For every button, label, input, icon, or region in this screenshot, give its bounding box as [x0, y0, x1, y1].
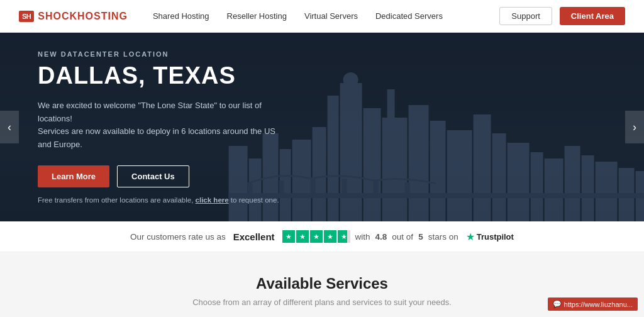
navbar: SH SHOCKHOSTING Shared HostingReseller H… — [0, 0, 644, 33]
watermark-url: https://www.liuzhanu... — [564, 301, 633, 308]
trustpilot-brand: Trustpilot — [477, 232, 514, 242]
support-button[interactable]: Support — [499, 7, 552, 25]
hero-note: Free transfers from other locations are … — [38, 196, 289, 204]
svg-rect-11 — [387, 89, 395, 118]
hero-description: We are excited to welcome "The Lone Star… — [38, 99, 289, 152]
contact-us-button[interactable]: Contact Us — [117, 165, 189, 187]
star-5-half: ★ — [338, 230, 350, 243]
nav-link-shared-hosting[interactable]: Shared Hosting — [153, 11, 209, 21]
svg-rect-17 — [508, 143, 530, 221]
trustpilot-with: with — [355, 232, 370, 242]
nav-actions: Support Client Area — [499, 7, 625, 25]
hero-buttons: Learn More Contact Us — [38, 165, 289, 187]
svg-rect-19 — [545, 158, 564, 221]
svg-rect-29 — [342, 179, 347, 198]
nav-link-virtual-servers[interactable]: Virtual Servers — [304, 11, 358, 21]
slider-next-button[interactable]: › — [625, 111, 644, 143]
svg-rect-6 — [328, 96, 339, 221]
hero-desc-line1: We are excited to welcome "The Lone Star… — [38, 99, 289, 126]
trustpilot-prefix: Our customers rate us as — [130, 232, 226, 242]
hero-subtitle: NEW DATACENTER LOCATION — [38, 50, 289, 58]
svg-rect-13 — [430, 121, 446, 221]
svg-rect-14 — [447, 130, 472, 221]
svg-rect-30 — [374, 181, 379, 198]
trustpilot-stars: ★ ★ ★ ★ ★ — [282, 230, 350, 243]
nav-links: Shared HostingReseller HostingVirtual Se… — [153, 11, 499, 21]
slider-prev-button[interactable]: ‹ — [0, 111, 19, 143]
nav-link-dedicated-servers[interactable]: Dedicated Servers — [375, 11, 443, 21]
svg-rect-18 — [531, 152, 543, 221]
trustpilot-out-of: out of — [392, 232, 413, 242]
star-3: ★ — [310, 230, 323, 243]
star-4: ★ — [324, 230, 336, 243]
svg-rect-21 — [582, 155, 594, 221]
learn-more-button[interactable]: Learn More — [38, 165, 109, 187]
watermark-icon: 💬 — [553, 300, 562, 308]
hero-note-prefix: Free transfers from other locations are … — [38, 196, 193, 204]
logo[interactable]: SH SHOCKHOSTING — [19, 11, 128, 22]
svg-rect-22 — [596, 162, 618, 221]
svg-rect-31 — [405, 182, 410, 198]
hero-note-suffix: to request one. — [231, 196, 279, 204]
hero-note-link[interactable]: click here — [196, 196, 229, 204]
hero-desc-line2: Services are now available to deploy in … — [38, 125, 289, 152]
logo-icon: SH — [19, 11, 34, 22]
svg-rect-15 — [474, 114, 491, 221]
logo-text: SHOCKHOSTING — [38, 11, 128, 22]
svg-rect-10 — [382, 118, 408, 221]
trustpilot-bar: Our customers rate us as Excellent ★ ★ ★… — [0, 221, 644, 252]
svg-rect-7 — [340, 83, 362, 221]
svg-rect-9 — [364, 108, 381, 221]
hero-section: NEW DATACENTER LOCATION DALLAS, TEXAS We… — [0, 33, 644, 221]
services-title: Available Services — [0, 275, 644, 292]
nav-link-reseller-hosting[interactable]: Reseller Hosting — [227, 11, 287, 21]
svg-rect-12 — [409, 105, 429, 221]
hero-title: DALLAS, TEXAS — [38, 63, 289, 89]
trustpilot-logo[interactable]: ★ Trustpilot — [466, 231, 514, 243]
svg-rect-20 — [565, 146, 580, 221]
svg-point-8 — [343, 72, 358, 87]
trustpilot-rating: 4.8 — [375, 232, 387, 242]
svg-rect-16 — [492, 133, 506, 221]
client-area-button[interactable]: Client Area — [560, 7, 625, 25]
trustpilot-stars-on: stars on — [428, 232, 458, 242]
trustpilot-logo-star: ★ — [466, 231, 475, 243]
trustpilot-excellent: Excellent — [233, 231, 275, 242]
star-2: ★ — [296, 230, 309, 243]
star-1: ★ — [282, 230, 295, 243]
trustpilot-max: 5 — [418, 232, 423, 242]
watermark: 💬 https://www.liuzhanu... — [548, 298, 638, 311]
hero-content: NEW DATACENTER LOCATION DALLAS, TEXAS We… — [0, 50, 327, 204]
